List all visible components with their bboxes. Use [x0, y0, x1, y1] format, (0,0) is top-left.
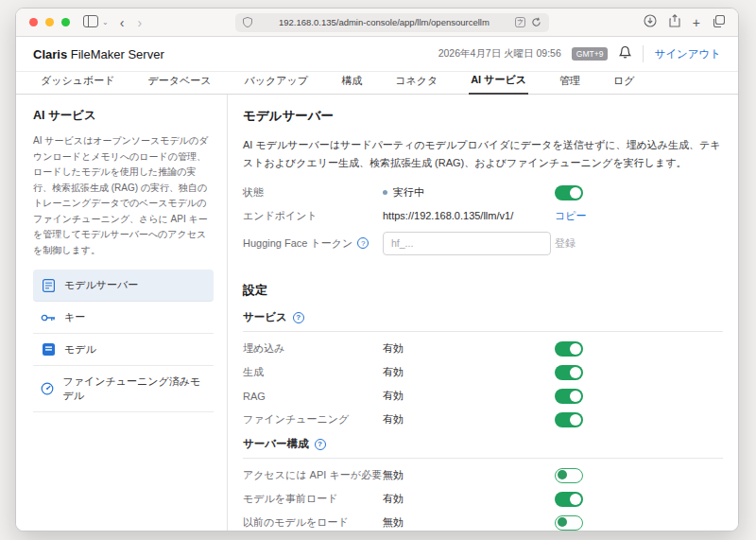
downloads-icon[interactable]: [644, 14, 657, 31]
hf-token-row: Hugging Face トークン? 登録: [243, 227, 723, 259]
finetuning-toggle[interactable]: [555, 412, 583, 427]
key-icon: [41, 313, 56, 322]
endpoint-label: エンドポイント: [243, 209, 383, 223]
chevron-down-icon[interactable]: ⌄: [102, 18, 109, 26]
model-server-icon: [41, 279, 56, 292]
shield-icon: [243, 14, 252, 31]
status-label: 状態: [243, 185, 383, 200]
back-button[interactable]: ‹: [120, 16, 125, 29]
page-title: モデルサーバー: [243, 108, 723, 125]
window-controls: [29, 18, 70, 26]
sidebar-item-finetuned-models[interactable]: ファインチューニング済みモデル: [33, 366, 214, 412]
gauge-icon: [41, 382, 54, 395]
server-config-help-icon[interactable]: ?: [315, 439, 326, 450]
notifications-bell-icon[interactable]: [618, 45, 632, 63]
service-row-rag: RAG 有効: [243, 384, 723, 408]
browser-toolbar: ⌄ ‹ › 192.168.0.135/admin-console/app/ll…: [16, 9, 738, 37]
page-description: AI モデルサーバーはサードパーティのモデルプロバイダにデータを送信せずに、埋め…: [243, 136, 723, 171]
hf-token-label: Hugging Face トークン: [243, 236, 352, 251]
sidebar-description: AI サービスはオープンソースモデルのダウンロードとメモリへのロードの管理、ロー…: [33, 133, 214, 258]
status-row: 状態 実行中: [243, 181, 723, 204]
hf-token-input[interactable]: [383, 232, 551, 255]
timezone-badge: GMT+9: [572, 47, 609, 61]
zoom-window-button[interactable]: [61, 18, 70, 26]
tab-connectors[interactable]: コネクタ: [393, 74, 439, 94]
models-icon: [41, 343, 56, 356]
sidebar-item-keys[interactable]: キー: [33, 302, 214, 334]
browser-window: ⌄ ‹ › 192.168.0.135/admin-console/app/ll…: [15, 8, 739, 531]
services-help-icon[interactable]: ?: [293, 312, 304, 323]
service-row-finetuning: ファインチューニング 有効: [243, 408, 723, 431]
close-window-button[interactable]: [29, 18, 38, 26]
brand-claris: Claris: [33, 47, 67, 61]
tab-overview-icon[interactable]: [713, 14, 725, 31]
server-config-section-heading: サーバー構成?: [243, 437, 723, 459]
preload-models-toggle[interactable]: [555, 492, 583, 507]
generation-toggle[interactable]: [555, 365, 583, 380]
endpoint-row: エンドポイント https://192.168.0.135/llm/v1/ コピ…: [243, 204, 723, 227]
signout-button[interactable]: サインアウト: [654, 47, 721, 61]
sidebar-item-label: ファインチューニング済みモデル: [62, 375, 206, 403]
config-row-preload-models: モデルを事前ロード 有効: [243, 487, 723, 511]
status-dot-icon: [383, 190, 387, 195]
register-button[interactable]: 登録: [555, 236, 576, 251]
reload-icon[interactable]: [531, 14, 541, 31]
header-divider: [643, 45, 644, 62]
tab-configuration[interactable]: 構成: [339, 74, 364, 94]
model-server-panel: モデルサーバー AI モデルサーバーはサードパーティのモデルプロバイダにデータを…: [228, 95, 738, 531]
sidebar-item-label: モデルサーバー: [64, 278, 138, 292]
endpoint-value: https://192.168.0.135/llm/v1/: [383, 210, 555, 221]
service-row-embeddings: 埋め込み 有効: [243, 337, 723, 360]
url-text: 192.168.0.135/admin-console/app/llm/open…: [258, 17, 509, 27]
model-server-toggle[interactable]: [555, 185, 583, 200]
tab-dashboard[interactable]: ダッシュボード: [39, 74, 117, 94]
hf-token-help-icon[interactable]: ?: [357, 237, 369, 249]
brand-product: FileMaker Server: [67, 47, 164, 61]
new-tab-icon[interactable]: +: [693, 16, 700, 29]
config-row-api-key-required: アクセスには API キーが必要 無効: [243, 463, 723, 487]
sidebar-item-models[interactable]: モデル: [33, 334, 214, 366]
ai-services-sidebar: AI サービス AI サービスはオープンソースモデルのダウンロードとメモリへのロ…: [16, 95, 228, 531]
config-row-load-previous-models: 以前のモデルをロード 無効: [243, 511, 723, 531]
translate-icon[interactable]: [515, 14, 525, 31]
sidebar-item-model-server[interactable]: モデルサーバー: [33, 270, 214, 302]
embeddings-toggle[interactable]: [555, 341, 583, 357]
sidebar-toggle-icon[interactable]: [83, 14, 98, 31]
sidebar-item-label: キー: [64, 310, 85, 324]
address-bar[interactable]: 192.168.0.135/admin-console/app/llm/open…: [235, 13, 549, 32]
status-value: 実行中: [383, 185, 555, 200]
services-section-heading: サービス?: [243, 310, 723, 332]
sidebar-item-label: モデル: [64, 342, 96, 357]
forward-button[interactable]: ›: [137, 16, 142, 29]
settings-title: 設定: [243, 282, 723, 299]
copy-endpoint-button[interactable]: コピー: [555, 209, 587, 223]
service-row-generation: 生成 有効: [243, 360, 723, 384]
main-nav: ダッシュボード データベース バックアップ 構成 コネクタ AI サービス 管理…: [16, 72, 738, 95]
server-datetime: 2026年4月7日 火曜日 09:56: [438, 47, 561, 61]
api-key-required-toggle[interactable]: [555, 468, 583, 483]
app-title: Claris FileMaker Server: [33, 47, 164, 61]
tab-logs[interactable]: ログ: [611, 74, 637, 94]
tab-ai-services[interactable]: AI サービス: [469, 73, 528, 95]
rag-toggle[interactable]: [555, 389, 583, 404]
sidebar-title: AI サービス: [33, 108, 214, 124]
load-previous-models-toggle[interactable]: [555, 515, 583, 531]
tab-backup[interactable]: バックアップ: [243, 74, 311, 94]
minimize-window-button[interactable]: [45, 18, 54, 26]
share-icon[interactable]: [669, 14, 680, 31]
tab-administration[interactable]: 管理: [558, 74, 582, 94]
app-header: Claris FileMaker Server 2026年4月7日 火曜日 09…: [16, 37, 738, 72]
tab-databases[interactable]: データベース: [146, 74, 214, 94]
